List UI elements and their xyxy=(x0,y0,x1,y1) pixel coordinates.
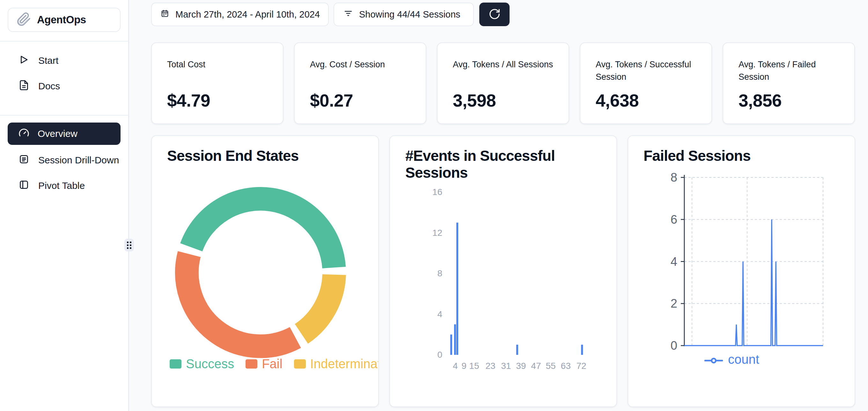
legend-swatch xyxy=(294,359,306,369)
stat-card-avg-tokens-all: Avg. Tokens / All Sessions 3,598 xyxy=(437,42,569,124)
stat-label: Avg. Tokens / All Sessions xyxy=(453,58,556,71)
svg-text:2: 2 xyxy=(671,297,677,310)
sidebar-divider-bottom xyxy=(0,115,128,116)
logo-text: AgentOps xyxy=(37,14,86,26)
svg-text:4: 4 xyxy=(453,361,458,371)
legend-swatch xyxy=(169,359,181,369)
svg-text:6: 6 xyxy=(671,213,677,226)
svg-text:4: 4 xyxy=(671,255,677,268)
chart-cards-row: Session End States Success Fail Indeterm… xyxy=(151,135,855,407)
stat-value: 4,638 xyxy=(596,90,639,111)
svg-text:72: 72 xyxy=(576,361,586,371)
line-chart-legend[interactable]: count xyxy=(705,352,759,366)
stat-card-total-cost: Total Cost $4.79 xyxy=(151,42,283,124)
svg-text:16: 16 xyxy=(432,187,442,197)
stat-value: $0.27 xyxy=(310,90,353,111)
sidebar-item-label: Pivot Table xyxy=(38,180,85,191)
svg-text:0: 0 xyxy=(437,350,442,360)
stat-value: 3,598 xyxy=(453,90,496,111)
svg-text:55: 55 xyxy=(546,361,556,371)
svg-text:12: 12 xyxy=(432,228,442,238)
sidebar-item-start[interactable]: Start xyxy=(0,48,128,74)
refresh-icon xyxy=(489,8,501,21)
svg-text:23: 23 xyxy=(485,361,495,371)
donut-chart xyxy=(171,183,350,362)
svg-text:31: 31 xyxy=(501,361,511,371)
sidebar-nav-bottom: Session Drill-Down Pivot Table xyxy=(0,147,128,199)
sidebar-resize-handle[interactable] xyxy=(124,239,134,252)
sidebar: AgentOps Start Docs Overview xyxy=(0,0,129,411)
svg-text:4: 4 xyxy=(437,309,442,319)
sessions-filter-button[interactable]: Showing 44/44 Sessions xyxy=(334,3,474,26)
chart-card-session-end-states: Session End States Success Fail Indeterm… xyxy=(151,135,379,407)
legend-item-indeterminate[interactable]: Indeterminate xyxy=(294,357,379,371)
filter-icon xyxy=(344,9,353,20)
line-series-marker-icon xyxy=(705,352,723,366)
stat-value: 3,856 xyxy=(739,90,782,111)
gauge-icon xyxy=(19,127,29,140)
sidebar-divider-top xyxy=(0,41,128,41)
play-icon xyxy=(19,54,29,67)
legend-label: Success xyxy=(186,357,234,371)
sidebar-item-pivot-table[interactable]: Pivot Table xyxy=(0,173,128,199)
line-series-label: count xyxy=(728,352,759,366)
svg-text:39: 39 xyxy=(516,361,526,371)
legend-label: Fail xyxy=(262,357,282,371)
chart-title: Session End States xyxy=(167,147,371,164)
stat-label: Avg. Tokens / Failed Session xyxy=(739,58,841,83)
stat-card-avg-tokens-failed: Avg. Tokens / Failed Session 3,856 xyxy=(722,42,855,124)
donut-legend: Success Fail Indeterminate xyxy=(169,357,379,371)
stat-card-avg-tokens-successful: Avg. Tokens / Successful Session 4,638 xyxy=(580,42,712,124)
sidebar-item-label: Start xyxy=(38,55,58,66)
sidebar-item-label: Overview xyxy=(38,128,78,139)
date-range-button[interactable]: March 27th, 2024 - April 10th, 2024 xyxy=(151,3,329,26)
stat-value: $4.79 xyxy=(167,90,210,111)
stat-card-avg-cost-session: Avg. Cost / Session $0.27 xyxy=(294,42,426,124)
chart-card-failed-sessions: Failed Sessions 02468 count xyxy=(627,135,855,407)
sidebar-item-label: Session Drill-Down xyxy=(38,155,119,166)
sessions-filter-label: Showing 44/44 Sessions xyxy=(359,9,461,20)
svg-text:8: 8 xyxy=(437,268,442,278)
sidebar-item-session-drilldown[interactable]: Session Drill-Down xyxy=(0,147,128,173)
sidebar-item-overview[interactable]: Overview xyxy=(8,122,121,145)
paperclip-logo-icon xyxy=(17,12,31,28)
stat-cards-row: Total Cost $4.79 Avg. Cost / Session $0.… xyxy=(151,42,855,124)
svg-text:15: 15 xyxy=(469,361,479,371)
sidebar-item-docs[interactable]: Docs xyxy=(0,74,128,99)
chart-card-events-successful-sessions: #Events in Successful Sessions 048121649… xyxy=(390,135,617,407)
svg-text:47: 47 xyxy=(531,361,541,371)
svg-text:9: 9 xyxy=(461,361,467,371)
logo[interactable]: AgentOps xyxy=(8,8,121,32)
notes-icon xyxy=(19,154,29,167)
legend-label: Indeterminate xyxy=(310,357,379,371)
panel-left-icon xyxy=(19,179,29,193)
svg-text:63: 63 xyxy=(561,361,571,371)
legend-item-fail[interactable]: Fail xyxy=(246,357,282,371)
calendar-icon xyxy=(161,9,169,20)
stat-label: Total Cost xyxy=(167,58,270,71)
legend-item-success[interactable]: Success xyxy=(169,357,234,371)
legend-swatch xyxy=(246,359,257,369)
svg-text:8: 8 xyxy=(671,171,677,184)
stat-label: Avg. Tokens / Successful Session xyxy=(596,58,699,83)
agentops-dashboard: AgentOps Start Docs Overview xyxy=(0,0,868,411)
document-icon xyxy=(19,80,29,93)
sidebar-item-label: Docs xyxy=(38,81,60,92)
stat-label: Avg. Cost / Session xyxy=(310,58,413,71)
date-range-label: March 27th, 2024 - April 10th, 2024 xyxy=(175,9,320,20)
sidebar-nav-top: Start Docs xyxy=(0,48,128,99)
bar-chart: 0481216491523313947556372 xyxy=(390,136,617,407)
svg-text:0: 0 xyxy=(671,339,677,352)
refresh-button[interactable] xyxy=(479,3,509,26)
